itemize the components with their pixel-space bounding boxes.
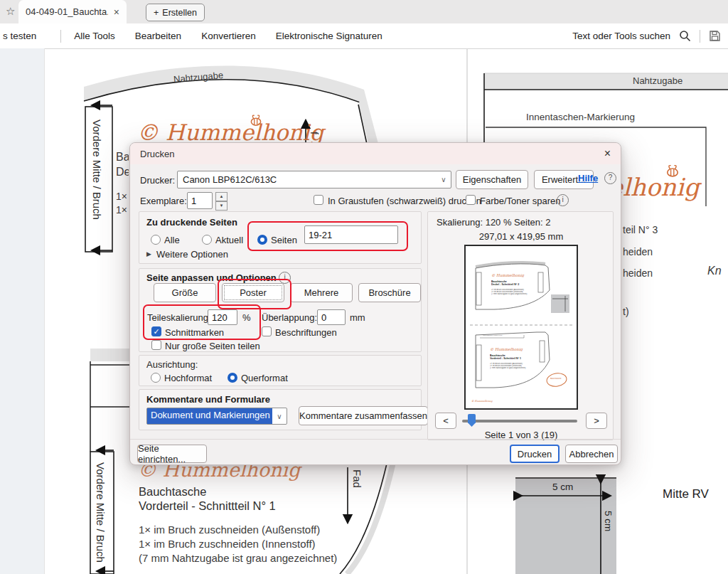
poster-mode-button[interactable]: Poster bbox=[222, 283, 284, 302]
booklet-mode-button[interactable]: Broschüre bbox=[358, 283, 421, 302]
clipped-line: Bauchtasche bbox=[116, 151, 129, 164]
preview-geometry bbox=[466, 246, 577, 408]
comments-section: Kommentare und Formulare Dokument und Ma… bbox=[139, 389, 422, 430]
preview-panel: Skalierung: 120 % Seiten: 2 297,01 x 419… bbox=[427, 211, 614, 440]
bee-icon bbox=[663, 162, 682, 179]
grayscale-checkbox[interactable] bbox=[314, 195, 323, 205]
preview-page-slider[interactable] bbox=[462, 420, 577, 422]
landscape-radio[interactable] bbox=[228, 373, 237, 383]
cancel-button[interactable]: Abbrechen bbox=[565, 445, 618, 463]
preview-brand: © Hummelhonig bbox=[490, 347, 523, 352]
comments-dropdown[interactable]: Dokument und Markierungen ∨ bbox=[146, 408, 287, 425]
spin-down-icon[interactable]: ▼ bbox=[215, 201, 228, 211]
dialog-titlebar[interactable]: Drucken × bbox=[130, 143, 621, 164]
scale-info: Skalierung: 120 % Seiten: 2 bbox=[437, 217, 550, 228]
more-options-link[interactable]: Weitere Optionen bbox=[156, 249, 228, 260]
overlap-unit: mm bbox=[350, 312, 365, 323]
preview-line: (7 mm Nahtzugabe ist grau angezeichnet) bbox=[490, 367, 525, 369]
labels-checkbox-label: Beschriftungen bbox=[275, 327, 337, 338]
pages-range-radio[interactable] bbox=[257, 235, 267, 245]
comments-section-title: Kommentare und Formulare bbox=[146, 394, 270, 405]
multiple-mode-button[interactable]: Mehrere bbox=[290, 283, 353, 302]
portrait-label: Hochformat bbox=[164, 373, 212, 383]
square-height-label: 5 cm bbox=[603, 511, 614, 531]
orientation-title: Ausrichtung: bbox=[146, 359, 198, 370]
cut-marks-label: Schnittmarken bbox=[165, 327, 224, 338]
preview-stamp-label: Bauchtasche bbox=[550, 378, 562, 380]
expander-icon[interactable]: ▶ bbox=[146, 250, 151, 257]
pages-range-label: Seiten bbox=[271, 235, 297, 245]
info-icon[interactable]: i bbox=[557, 194, 569, 206]
clipped-pattern-text-right: heiden bbox=[623, 246, 653, 257]
print-button[interactable]: Drucken bbox=[510, 445, 560, 463]
grainline-fragment: f bbox=[309, 132, 320, 134]
overlap-input[interactable] bbox=[317, 309, 346, 325]
only-large-label: Nur große Seiten teilen bbox=[165, 341, 260, 351]
summarize-comments-button[interactable]: Kommentare zusammenfassen bbox=[299, 406, 428, 425]
pages-current-radio[interactable] bbox=[202, 235, 212, 245]
preview-next-button[interactable]: > bbox=[586, 413, 607, 429]
sizing-section-title: Seite anpassen und Optionen bbox=[146, 272, 277, 283]
preview-brand: © Hummelhonig bbox=[491, 273, 524, 278]
fold-line-label-bottom: Vordere Mitte / Bruch bbox=[95, 462, 107, 563]
acrobat-window: ☆ 04-049-01_Bauchta... × + Erstellen s t… bbox=[0, 0, 728, 574]
copies-input[interactable] bbox=[187, 192, 213, 209]
copies-stepper[interactable]: ▲ ▼ bbox=[215, 192, 228, 209]
preview-pocket-label: Innentaschen-Markierung bbox=[483, 334, 502, 336]
grayscale-checkbox-label: In Graustufen (schwarzweiß) drucken bbox=[328, 196, 481, 206]
overlap-label: Überlappung: bbox=[262, 312, 317, 323]
footer-divider bbox=[130, 439, 621, 440]
help-link[interactable]: Hilfe bbox=[578, 173, 598, 184]
pages-all-radio[interactable] bbox=[151, 235, 161, 245]
clipped-pattern-text-right: t) bbox=[623, 306, 629, 317]
test-square bbox=[515, 478, 616, 574]
preview-piece1-sub: Vorderteil - Schnittteil N° 1 bbox=[490, 357, 521, 360]
spin-up-icon[interactable]: ▲ bbox=[215, 192, 228, 201]
tile-scale-input[interactable] bbox=[208, 309, 237, 325]
grainline-label: Fad bbox=[351, 469, 363, 488]
page-setup-button[interactable]: Seite einrichten... bbox=[137, 445, 207, 463]
cutting-instruction: (7 mm Nahtzugabe ist grau angezeichnet) bbox=[139, 552, 337, 564]
close-icon[interactable]: × bbox=[604, 147, 611, 160]
pages-section-title: Zu druckende Seiten bbox=[146, 217, 237, 228]
labels-checkbox[interactable] bbox=[262, 326, 272, 336]
knip-fragment: Kn bbox=[707, 265, 722, 277]
piece-title: Bauchtasche bbox=[139, 485, 206, 499]
pages-range-input[interactable] bbox=[304, 225, 398, 244]
printer-label: Drucker: bbox=[140, 175, 175, 186]
preview-line: (7 mm Nahtzugabe ist grau angezeichnet) bbox=[491, 293, 527, 295]
bee-icon bbox=[247, 112, 264, 128]
properties-button[interactable]: Eigenschaften bbox=[456, 170, 528, 189]
sheet-dimensions: 297,01 x 419,95 mm bbox=[428, 231, 614, 242]
clipped-pattern-text-right: teil N° 3 bbox=[623, 224, 658, 235]
clipped-pattern-text-left: Bauchtasche Deckel - Schnittteil N° 2 1×… bbox=[116, 151, 129, 218]
tile-scale-unit: % bbox=[242, 312, 251, 323]
save-toner-checkbox[interactable] bbox=[466, 195, 476, 205]
print-dialog: Drucken × Drucker: Canon LBP612C/613C ∨ … bbox=[129, 142, 621, 465]
pages-current-label: Aktuell bbox=[215, 235, 243, 245]
portrait-radio[interactable] bbox=[151, 373, 161, 383]
pages-section: Zu druckende Seiten Alle Aktuell Seiten … bbox=[139, 211, 422, 264]
preview-footer-brand: © Hummelhonig bbox=[471, 400, 493, 403]
cut-marks-checkbox[interactable]: ✓ bbox=[151, 326, 161, 336]
save-toner-checkbox-label: Farbe/Toner sparen bbox=[480, 196, 560, 206]
square-width-label: 5 cm bbox=[552, 482, 573, 492]
preview-piece2-sub: Deckel - Schnittteil N° 2 bbox=[491, 283, 519, 286]
printer-select[interactable]: Canon LBP612C/613C ∨ bbox=[177, 171, 451, 188]
piece-subtitle: Vorderteil - Schnittteil N° 1 bbox=[139, 499, 276, 513]
preview-slider-thumb[interactable] bbox=[468, 414, 476, 427]
cutting-instruction: 1× im Bruch zuschneiden (Außenstoff) bbox=[139, 523, 320, 536]
size-mode-button[interactable]: Größe bbox=[154, 283, 216, 302]
comments-dropdown-value: Dokument und Markierungen bbox=[147, 408, 272, 424]
seam-allowance-label-right: Nahtzugabe bbox=[633, 75, 682, 86]
printer-select-value: Canon LBP612C/613C bbox=[178, 174, 437, 185]
info-icon[interactable]: i bbox=[279, 272, 291, 284]
tile-scale-label: Teileskalierung: bbox=[147, 312, 211, 323]
clipped-line: Deckel - Schnittteil N° 2 bbox=[116, 166, 129, 179]
help-icon[interactable]: ? bbox=[604, 172, 616, 184]
inner-pocket-label: Innentaschen-Markierung bbox=[526, 112, 635, 122]
clipped-line: 1× im Bruch zuschneiden bbox=[116, 204, 129, 216]
preview-prev-button[interactable]: < bbox=[435, 413, 456, 429]
only-large-checkbox[interactable] bbox=[151, 340, 161, 350]
copies-label: Exemplare: bbox=[140, 196, 187, 206]
